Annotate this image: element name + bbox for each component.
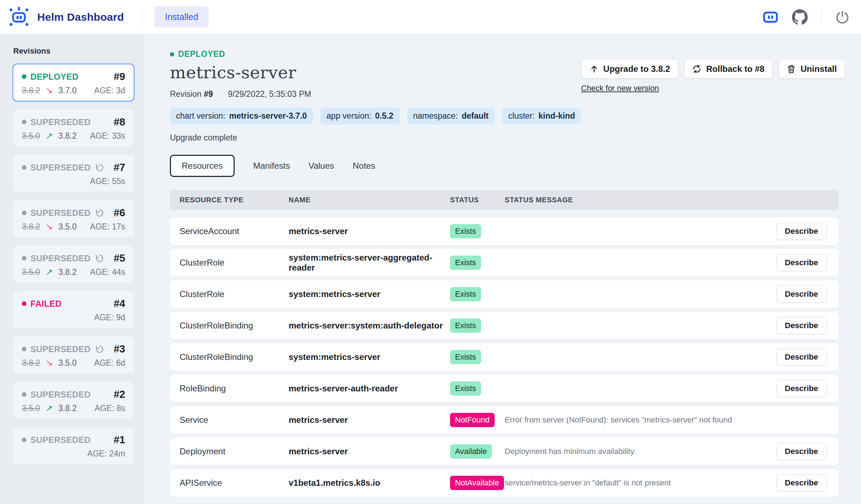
revisions-sidebar: Revisions DEPLOYED #9 3.8.2 ↘ 3.7.0 AGE:… <box>0 34 143 504</box>
meta-badge-label: chart version: <box>176 111 228 120</box>
status-badge: NotAvailable <box>450 476 504 490</box>
github-icon[interactable] <box>792 9 808 25</box>
describe-button[interactable]: Describe <box>776 254 827 271</box>
revision-status-label: SUPERSEDED <box>30 163 90 173</box>
describe-button[interactable]: Describe <box>776 474 827 491</box>
revision-line: Revision #9 9/29/2022, 5:35:03 PM <box>170 89 581 99</box>
status-dot-icon <box>170 52 174 56</box>
cell-resource-type: ClusterRoleBinding <box>180 352 289 362</box>
version-new: 3.5.0 <box>58 358 77 367</box>
revision-status-label: DEPLOYED <box>30 72 78 82</box>
revision-card[interactable]: SUPERSEDED #6 3.8.2 ↘ 3.5.0 AGE: 17s <box>13 200 134 238</box>
table-row: ClusterRoleBinding system:metrics-server… <box>170 343 839 371</box>
describe-button[interactable]: Describe <box>776 286 827 303</box>
version-old: 3.8.2 <box>22 222 40 231</box>
revision-age: AGE: 17s <box>90 222 125 232</box>
revision-status: SUPERSEDED <box>22 208 104 218</box>
table-row: APIService v1beta1.metrics.k8s.io NotAva… <box>170 469 839 497</box>
revision-number: #5 <box>114 252 125 264</box>
status-dot-icon <box>22 301 26 306</box>
revisions-list: DEPLOYED #9 3.8.2 ↘ 3.7.0 AGE: 3d SUPERS… <box>13 64 134 465</box>
describe-button[interactable]: Describe <box>776 443 827 460</box>
tabs: Resources Manifests Values Notes <box>170 155 839 177</box>
revisions-title: Revisions <box>13 46 143 56</box>
table-row: RoleBinding metrics-server-auth-reader E… <box>170 375 839 402</box>
cell-status: Exists <box>450 256 505 270</box>
rollback-button[interactable]: Rollback to #8 <box>684 59 773 79</box>
tab-resources[interactable]: Resources <box>170 155 235 177</box>
header-nav: Installed <box>143 0 763 34</box>
cell-name: metrics-server <box>289 415 450 425</box>
revision-status-label: SUPERSEDED <box>30 344 90 354</box>
revision-card[interactable]: SUPERSEDED #3 3.8.2 ↘ 3.5.0 AGE: 6d <box>13 336 134 374</box>
status-dot-icon <box>22 74 26 79</box>
revision-status-label: SUPERSEDED <box>30 390 90 400</box>
table-row: ClusterRole system:metrics-server-aggreg… <box>170 249 839 277</box>
revision-card[interactable]: SUPERSEDED #8 3.5.0 ↗ 3.8.2 AGE: 33s <box>13 109 134 147</box>
describe-button[interactable]: Describe <box>776 349 827 366</box>
version-new: 3.5.0 <box>58 222 77 231</box>
meta-badge-label: app version: <box>327 111 374 120</box>
upgrade-button[interactable]: Upgrade to 3.8.2 <box>581 59 679 79</box>
col-status: STATUS <box>450 196 505 204</box>
describe-button[interactable]: Describe <box>776 380 827 397</box>
arrow-up-icon <box>590 64 599 74</box>
meta-badge-label: namespace: <box>413 111 460 120</box>
tab-manifests[interactable]: Manifests <box>253 155 290 177</box>
revision-status: SUPERSEDED <box>22 253 104 263</box>
cell-status: Exists <box>450 350 505 364</box>
table-row: ClusterRoleBinding metrics-server:system… <box>170 312 839 340</box>
cell-status: NotFound <box>450 413 505 427</box>
status-dot-icon <box>22 211 26 215</box>
table-row: ClusterRole system:metrics-server Exists… <box>170 280 839 308</box>
uninstall-button[interactable]: Uninstall <box>778 59 845 79</box>
revision-number: #7 <box>114 162 125 173</box>
cell-name: system:metrics-server <box>289 352 450 362</box>
revision-number: #9 <box>114 71 125 83</box>
revision-age: AGE: 33s <box>90 131 125 141</box>
revision-card[interactable]: FAILED #4 AGE: 9d <box>13 291 134 328</box>
resources-table: RESOURCE TYPE NAME STATUS STATUS MESSAGE… <box>170 190 839 497</box>
meta-badge-label: cluster: <box>508 111 537 120</box>
robot-app-icon[interactable] <box>763 10 778 24</box>
revision-card[interactable]: SUPERSEDED #2 3.5.0 ↗ 3.8.2 AGE: 8s <box>13 381 134 419</box>
check-new-version-link[interactable]: Check for new version <box>581 84 659 93</box>
rollback-history-icon <box>95 208 104 217</box>
revision-version-change: 3.5.0 ↗ 3.8.2 <box>22 267 77 277</box>
cell-status-message: service/metrics-server in "default" is n… <box>505 478 776 488</box>
power-icon[interactable] <box>835 10 850 24</box>
cell-resource-type: ClusterRole <box>180 258 289 268</box>
revision-age: AGE: 55s <box>90 177 125 186</box>
nav-tab-installed[interactable]: Installed <box>155 6 209 28</box>
version-old: 3.8.2 <box>22 86 40 95</box>
cell-status-message: Error from server (NotFound): services "… <box>505 415 776 425</box>
meta-badge-value: kind-kind <box>538 111 575 120</box>
revision-status: SUPERSEDED <box>22 390 90 400</box>
version-old: 3.5.0 <box>22 131 40 140</box>
cell-name: metrics-server <box>289 446 450 456</box>
cell-status: Available <box>450 444 505 459</box>
rollback-history-icon <box>95 163 104 172</box>
release-description: Upgrade complete <box>170 133 581 143</box>
cell-name: metrics-server:system:auth-delegator <box>289 321 450 331</box>
tab-notes[interactable]: Notes <box>353 155 375 177</box>
app-logo[interactable]: Helm Dashboard <box>0 0 142 34</box>
version-new: 3.8.2 <box>58 267 77 277</box>
revision-age: AGE: 9d <box>94 313 125 322</box>
describe-button[interactable]: Describe <box>776 317 827 334</box>
version-arrow-icon: ↘ <box>46 85 53 95</box>
revision-status-label: SUPERSEDED <box>30 253 90 263</box>
version-new: 3.8.2 <box>58 404 77 413</box>
status-dot-icon <box>22 347 26 351</box>
revision-card[interactable]: SUPERSEDED #7 AGE: 55s <box>13 154 134 192</box>
revision-label: Revision #9 <box>170 89 213 99</box>
app-title: Helm Dashboard <box>37 11 124 23</box>
revision-card[interactable]: DEPLOYED #9 3.8.2 ↘ 3.7.0 AGE: 3d <box>13 64 134 102</box>
cell-status: Exists <box>450 318 505 333</box>
revision-status: SUPERSEDED <box>22 344 104 354</box>
revision-card[interactable]: SUPERSEDED #5 3.5.0 ↗ 3.8.2 AGE: 44s <box>13 245 134 283</box>
describe-button[interactable]: Describe <box>776 223 827 240</box>
revision-card[interactable]: SUPERSEDED #1 AGE: 24m <box>13 427 134 465</box>
tab-values[interactable]: Values <box>308 155 334 177</box>
cell-status: Exists <box>450 287 505 301</box>
